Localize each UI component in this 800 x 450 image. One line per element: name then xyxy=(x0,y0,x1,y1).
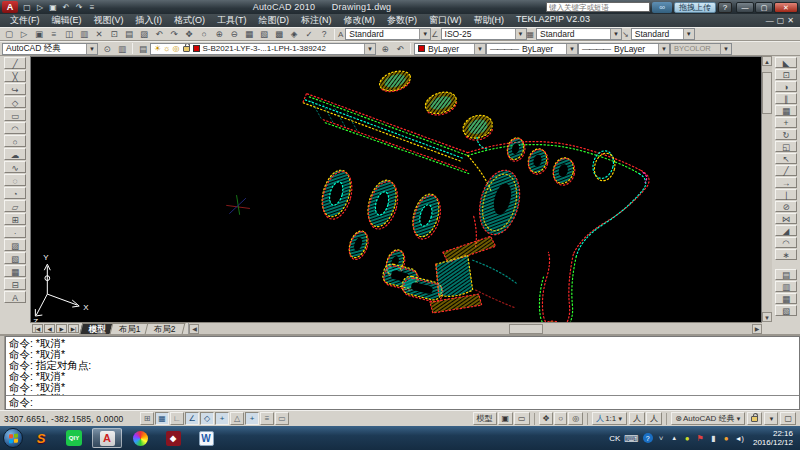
toolbar-lock-button[interactable] xyxy=(747,412,762,425)
mtext-icon[interactable]: A xyxy=(4,291,26,303)
workspace-switcher[interactable]: ⊛ AutoCAD 经典 ▼ xyxy=(671,412,745,425)
unlock-icon[interactable] xyxy=(183,46,190,52)
menu-item[interactable]: 修改(M) xyxy=(338,14,382,27)
redo-icon[interactable]: ↷ xyxy=(167,28,181,40)
vertical-scroll-thumb[interactable] xyxy=(762,72,772,114)
command-input[interactable]: 命令: xyxy=(6,395,799,409)
tab-layout2[interactable]: 布局2 xyxy=(144,323,184,334)
copy-icon[interactable]: ⊡ xyxy=(775,69,797,80)
zoom-realtime-icon[interactable]: ○ xyxy=(197,28,211,40)
vertical-scroll-track[interactable] xyxy=(762,66,772,312)
zoom-previous-icon[interactable]: ⊖ xyxy=(227,28,241,40)
tray-volume-icon[interactable]: ◄) xyxy=(735,433,744,444)
vertical-scrollbar[interactable]: ▲ ▼ xyxy=(762,56,772,322)
region-icon[interactable]: ▦ xyxy=(4,265,26,277)
make-block-icon[interactable]: ⊞ xyxy=(4,213,26,225)
layer-combo[interactable]: ☀☼◎ S-B2021-LYF-3-...1-LPH-1-389242 ▼ xyxy=(150,43,376,55)
rotate-icon[interactable]: ↻ xyxy=(775,129,797,140)
chevron-down-icon[interactable]: ▼ xyxy=(474,44,485,54)
chevron-down-icon[interactable]: ▼ xyxy=(683,29,694,39)
paste-icon[interactable]: ▤ xyxy=(122,28,136,40)
bring-above-icon[interactable]: ▦ xyxy=(775,293,797,304)
chevron-down-icon[interactable]: ▼ xyxy=(566,44,577,54)
tray-security-icon[interactable]: ● xyxy=(683,433,692,444)
point-icon[interactable]: ∙ xyxy=(4,226,26,238)
extend-icon[interactable]: → xyxy=(775,177,797,188)
clean-screen-button[interactable]: ▢ xyxy=(780,412,796,425)
polyline-icon[interactable]: ↪ xyxy=(4,83,26,95)
make-layer-current-icon[interactable]: ⊕ xyxy=(378,43,392,55)
chamfer-icon[interactable]: ◢ xyxy=(775,225,797,236)
undo-icon[interactable]: ↶ xyxy=(152,28,166,40)
markup-icon[interactable]: ✓ xyxy=(302,28,316,40)
cloud-sync-icon[interactable]: ∞ xyxy=(652,2,672,13)
qat-save-icon[interactable]: ▣ xyxy=(47,2,59,13)
status-menu-button[interactable]: ▼ xyxy=(764,412,778,425)
tab-last-button[interactable]: ▶| xyxy=(68,324,79,333)
pan-icon[interactable]: ✥ xyxy=(182,28,196,40)
minimize-button[interactable]: — xyxy=(736,2,754,13)
zoom-status-icon[interactable]: ○ xyxy=(554,412,567,425)
annotation-auto-icon[interactable]: 人 xyxy=(646,412,662,425)
horizontal-scroll-track[interactable] xyxy=(199,324,752,334)
tray-help-icon[interactable]: ? xyxy=(643,433,653,443)
taskbar-mediaplayer-icon[interactable] xyxy=(125,428,155,448)
offset-icon[interactable]: ∥ xyxy=(775,93,797,104)
taskbar-autocad-icon[interactable]: A xyxy=(92,428,122,448)
break-point-icon[interactable]: ∣ xyxy=(775,189,797,200)
fillet-icon[interactable]: ◠ xyxy=(775,237,797,248)
layer-properties-icon[interactable]: ▤ xyxy=(136,43,150,55)
layer-freeze-icon[interactable]: ☼ xyxy=(163,44,170,53)
table-style-combo[interactable]: Standard ▼ xyxy=(536,28,622,40)
menu-item[interactable]: 参数(P) xyxy=(381,14,423,27)
menu-item[interactable]: 编辑(E) xyxy=(46,14,88,27)
circle-icon[interactable]: ○ xyxy=(4,135,26,147)
dyn-toggle[interactable]: + xyxy=(245,412,259,425)
new-icon[interactable]: ▢ xyxy=(2,28,16,40)
layer-on-icon[interactable]: ☀ xyxy=(154,44,161,53)
menu-item[interactable]: 窗口(W) xyxy=(423,14,468,27)
dim-style-combo[interactable]: ISO-25 ▼ xyxy=(441,28,527,40)
tray-battery-icon[interactable]: ▮ xyxy=(709,433,718,444)
menu-item[interactable]: 帮助(H) xyxy=(468,14,511,27)
cut-icon[interactable]: ✕ xyxy=(92,28,106,40)
tab-first-button[interactable]: |◀ xyxy=(32,324,43,333)
scroll-left-icon[interactable]: ◀ xyxy=(189,324,199,334)
horizontal-scrollbar[interactable]: ◀ ▶ xyxy=(188,323,762,334)
qat-redo-icon[interactable]: ↷ xyxy=(73,2,85,13)
annotation-scale-button[interactable]: 人 1:1 ▼ xyxy=(592,412,627,425)
rectangle-icon[interactable]: ▭ xyxy=(4,109,26,121)
layer-previous-icon[interactable]: ↶ xyxy=(393,43,407,55)
quick-model-icon[interactable]: ▣ xyxy=(498,412,514,425)
trim-icon[interactable]: ╱ xyxy=(775,165,797,176)
menu-item[interactable]: 格式(O) xyxy=(168,14,211,27)
text-style-combo[interactable]: Standard ▼ xyxy=(345,28,431,40)
search-input[interactable] xyxy=(546,2,650,12)
menu-item[interactable]: 文件(F) xyxy=(4,14,46,27)
taskbar-word-icon[interactable]: W xyxy=(191,428,221,448)
menu-item[interactable]: TEKLA2PIP V2.03 xyxy=(510,14,596,27)
chevron-down-icon[interactable]: ▼ xyxy=(364,44,375,54)
gradient-icon[interactable]: ▧ xyxy=(4,252,26,264)
snap-toggle[interactable]: ⊞ xyxy=(140,412,154,425)
ellipse-arc-icon[interactable]: ◔ xyxy=(4,187,26,199)
scale-icon[interactable]: ◱ xyxy=(775,141,797,152)
qat-new-icon[interactable]: ▢ xyxy=(21,2,33,13)
insert-block-icon[interactable]: ▱ xyxy=(4,200,26,212)
taskbar-tv-icon[interactable]: ◆ xyxy=(158,428,188,448)
linetype-combo[interactable]: ———— ByLayer ▼ xyxy=(486,43,578,55)
chevron-down-icon[interactable]: ▼ xyxy=(515,29,526,39)
autocad-logo-icon[interactable]: A xyxy=(2,1,18,13)
restore-button[interactable]: ▢ xyxy=(755,2,773,13)
tray-chevron-icon[interactable]: ˅ xyxy=(657,433,666,444)
table-icon[interactable]: ⊟ xyxy=(4,278,26,290)
open-icon[interactable]: ▷ xyxy=(17,28,31,40)
horizontal-scroll-thumb[interactable] xyxy=(509,324,543,334)
scroll-down-icon[interactable]: ▼ xyxy=(762,312,772,322)
ime-indicator[interactable]: CK xyxy=(609,433,620,444)
menu-item[interactable]: 插入(I) xyxy=(130,14,169,27)
doc-minimize-button[interactable]: — xyxy=(766,16,774,25)
tab-prev-button[interactable]: ◀ xyxy=(44,324,55,333)
chevron-down-icon[interactable]: ▼ xyxy=(419,29,430,39)
mleader-style-combo[interactable]: Standard ▼ xyxy=(631,28,695,40)
